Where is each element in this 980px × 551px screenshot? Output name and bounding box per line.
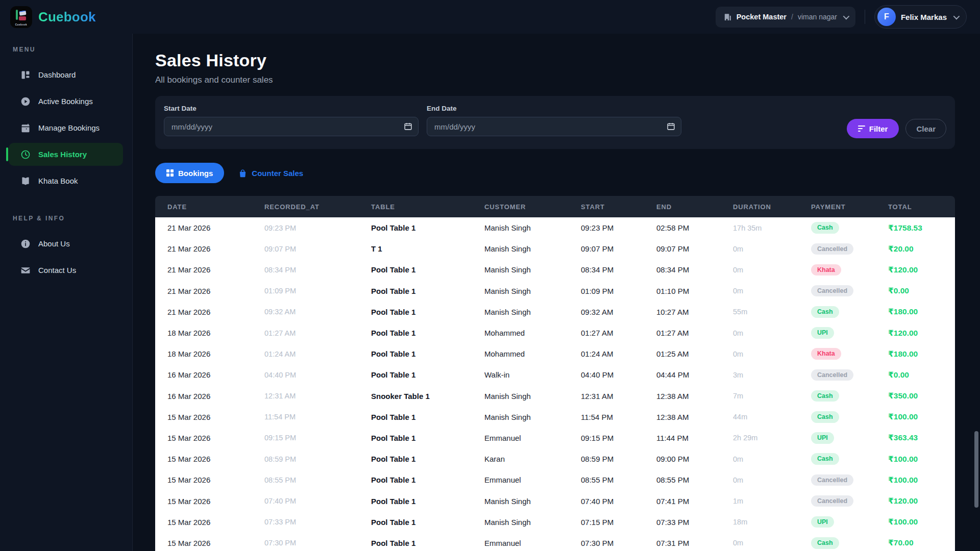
cell-duration: 0m bbox=[733, 476, 811, 484]
cell-start: 01:24 AM bbox=[581, 349, 656, 358]
sidebar-menu-title: MENU bbox=[0, 46, 132, 53]
user-menu[interactable]: F Felix Markas bbox=[874, 5, 967, 29]
cell-duration: 0m bbox=[733, 266, 811, 274]
cell-payment: UPI bbox=[811, 516, 888, 528]
sidebar-item-label: About Us bbox=[38, 239, 70, 248]
grid-icon bbox=[166, 169, 174, 177]
cell-date: 21 Mar 2026 bbox=[155, 223, 264, 232]
cell-recorded-at: 08:34 PM bbox=[264, 266, 371, 274]
play-circle-icon bbox=[20, 96, 31, 107]
cell-customer: Mohammed bbox=[484, 349, 581, 358]
filter-button[interactable]: Filter bbox=[847, 119, 899, 138]
cell-start: 08:55 PM bbox=[581, 475, 656, 484]
sidebar-item-active-bookings[interactable]: Active Bookings bbox=[9, 90, 123, 113]
cell-total: ₹1758.53 bbox=[888, 223, 955, 233]
cell-total: ₹180.00 bbox=[888, 307, 955, 316]
table-row[interactable]: 15 Mar 2026 08:59 PM Pool Table 1 Karan … bbox=[155, 448, 955, 469]
table-row[interactable]: 21 Mar 2026 09:07 PM T 1 Manish Singh 09… bbox=[155, 238, 955, 259]
cell-start: 07:40 PM bbox=[581, 497, 656, 506]
avatar: F bbox=[877, 8, 896, 26]
table-row[interactable]: 16 Mar 2026 12:31 AM Snooker Table 1 Man… bbox=[155, 386, 955, 407]
table-row[interactable]: 18 Mar 2026 01:27 AM Pool Table 1 Mohamm… bbox=[155, 322, 955, 343]
tab-bookings-label: Bookings bbox=[178, 169, 213, 178]
sidebar-item-dashboard[interactable]: Dashboard bbox=[9, 63, 123, 86]
cell-start: 12:31 AM bbox=[581, 392, 656, 400]
cell-total: ₹120.00 bbox=[888, 496, 955, 506]
table-row[interactable]: 15 Mar 2026 08:55 PM Pool Table 1 Emmanu… bbox=[155, 469, 955, 490]
calendar-icon bbox=[20, 123, 31, 133]
start-date-input[interactable] bbox=[164, 117, 419, 136]
col-header-total: TOTAL bbox=[888, 203, 955, 211]
cell-date: 21 Mar 2026 bbox=[155, 287, 264, 295]
cell-end: 09:00 PM bbox=[656, 455, 733, 463]
cell-end: 12:38 AM bbox=[656, 392, 733, 400]
cell-duration: 55m bbox=[733, 308, 811, 316]
cell-date: 15 Mar 2026 bbox=[155, 475, 264, 484]
cell-date: 15 Mar 2026 bbox=[155, 539, 264, 547]
cell-table: Pool Table 1 bbox=[371, 518, 484, 527]
sidebar-item-contact-us[interactable]: Contact Us bbox=[9, 259, 123, 282]
cell-end: 04:44 PM bbox=[656, 370, 733, 379]
cell-end: 09:07 PM bbox=[656, 244, 733, 253]
payment-badge: Cancelled bbox=[811, 495, 853, 507]
brand-logo[interactable]: Cuebook Cuebook bbox=[10, 6, 96, 28]
cell-recorded-at: 11:54 PM bbox=[264, 413, 371, 421]
cell-date: 15 Mar 2026 bbox=[155, 413, 264, 421]
cell-date: 21 Mar 2026 bbox=[155, 308, 264, 316]
sidebar-item-label: Contact Us bbox=[38, 266, 76, 274]
table-row[interactable]: 15 Mar 2026 09:15 PM Pool Table 1 Emmanu… bbox=[155, 428, 955, 448]
page-scrollbar[interactable] bbox=[974, 431, 978, 508]
col-header-duration: DURATION bbox=[733, 203, 811, 211]
payment-badge: Cash bbox=[811, 390, 839, 402]
table-row[interactable]: 21 Mar 2026 09:32 AM Pool Table 1 Manish… bbox=[155, 302, 955, 322]
table-row[interactable]: 21 Mar 2026 01:09 PM Pool Table 1 Manish… bbox=[155, 281, 955, 302]
cell-table: Snooker Table 1 bbox=[371, 392, 484, 400]
cell-end: 11:44 PM bbox=[656, 434, 733, 442]
cell-customer: Manish Singh bbox=[484, 287, 581, 295]
topbar: Cuebook Cuebook Pocket Master / viman na… bbox=[0, 0, 980, 34]
org-selector[interactable]: Pocket Master / viman nagar bbox=[716, 7, 855, 28]
clear-button[interactable]: Clear bbox=[905, 119, 946, 138]
payment-badge: UPI bbox=[811, 516, 834, 528]
cell-payment: Cash bbox=[811, 453, 888, 465]
cell-duration: 7m bbox=[733, 392, 811, 400]
sidebar-item-label: Sales History bbox=[38, 150, 87, 159]
table-row[interactable]: 15 Mar 2026 07:30 PM Pool Table 1 Emmanu… bbox=[155, 533, 955, 551]
tab-bookings[interactable]: Bookings bbox=[155, 163, 224, 183]
sidebar-item-manage-bookings[interactable]: Manage Bookings bbox=[9, 116, 123, 139]
table-row[interactable]: 15 Mar 2026 07:33 PM Pool Table 1 Manish… bbox=[155, 512, 955, 533]
cell-customer: Manish Singh bbox=[484, 223, 581, 232]
sidebar-item-about-us[interactable]: About Us bbox=[9, 232, 123, 255]
user-name: Felix Markas bbox=[901, 13, 947, 21]
table-row[interactable]: 15 Mar 2026 07:40 PM Pool Table 1 Manish… bbox=[155, 490, 955, 511]
table-row[interactable]: 18 Mar 2026 01:24 AM Pool Table 1 Mohamm… bbox=[155, 343, 955, 364]
cell-date: 16 Mar 2026 bbox=[155, 392, 264, 400]
calendar-icon[interactable] bbox=[404, 122, 412, 131]
cell-duration: 1m bbox=[733, 497, 811, 505]
cell-start: 09:23 PM bbox=[581, 223, 656, 232]
payment-badge: Cash bbox=[811, 222, 839, 234]
end-date-input[interactable] bbox=[427, 117, 681, 136]
cell-table: Pool Table 1 bbox=[371, 370, 484, 379]
sidebar-item-khata-book[interactable]: Khata Book bbox=[9, 169, 123, 192]
table-row[interactable]: 16 Mar 2026 04:40 PM Pool Table 1 Walk-i… bbox=[155, 364, 955, 385]
cell-duration: 0m bbox=[733, 455, 811, 463]
col-header-payment: PAYMENT bbox=[811, 203, 888, 211]
cell-end: 02:58 PM bbox=[656, 223, 733, 232]
payment-badge: Cash bbox=[811, 453, 839, 465]
sidebar-item-sales-history[interactable]: Sales History bbox=[9, 143, 123, 166]
cell-start: 09:32 AM bbox=[581, 308, 656, 316]
payment-badge: Khata bbox=[811, 264, 841, 276]
calendar-icon[interactable] bbox=[667, 122, 675, 131]
chevron-down-icon bbox=[843, 13, 849, 19]
cell-customer: Emmanuel bbox=[484, 539, 581, 547]
cell-start: 08:34 PM bbox=[581, 265, 656, 274]
table-body: 21 Mar 2026 09:23 PM Pool Table 1 Manish… bbox=[155, 217, 955, 551]
sidebar-item-label: Dashboard bbox=[38, 70, 76, 79]
cell-total: ₹0.00 bbox=[888, 370, 955, 380]
table-row[interactable]: 21 Mar 2026 08:34 PM Pool Table 1 Manish… bbox=[155, 259, 955, 280]
table-row[interactable]: 21 Mar 2026 09:23 PM Pool Table 1 Manish… bbox=[155, 217, 955, 238]
cell-recorded-at: 08:55 PM bbox=[264, 476, 371, 484]
table-row[interactable]: 15 Mar 2026 11:54 PM Pool Table 1 Manish… bbox=[155, 407, 955, 428]
tab-counter-sales[interactable]: Counter Sales bbox=[236, 163, 305, 183]
